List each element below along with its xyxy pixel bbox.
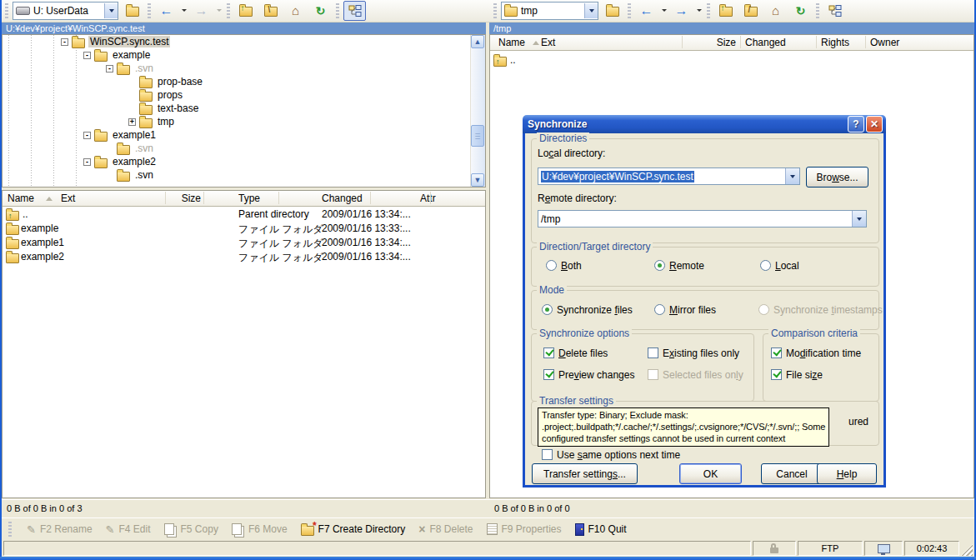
f10-quit-button[interactable]: F10 Quit xyxy=(575,523,627,536)
tree-row[interactable]: -.svn xyxy=(3,62,471,75)
tree-row[interactable]: prop-base xyxy=(3,75,471,88)
column-header-attr[interactable]: Attr xyxy=(420,192,436,204)
home-directory-button[interactable]: ⌂ xyxy=(764,1,787,21)
collapse-toggle[interactable]: - xyxy=(83,158,91,166)
file-row-parent[interactable]: ↑ .. xyxy=(490,53,973,68)
file-name[interactable]: .. xyxy=(23,208,28,220)
tree-row[interactable]: props xyxy=(3,88,471,102)
tree-node-label[interactable]: props xyxy=(156,89,184,101)
local-directory-dropdown-arrow[interactable] xyxy=(785,168,799,184)
forward-history-dropdown[interactable] xyxy=(695,2,703,20)
remote-directory-combo[interactable]: /tmp xyxy=(538,210,867,228)
tree-row[interactable]: +tmp xyxy=(3,115,471,128)
toolbar-grip[interactable] xyxy=(628,3,631,18)
back-button[interactable]: ← xyxy=(155,1,178,21)
tree-node-label[interactable]: .svn xyxy=(133,142,155,154)
tree-row[interactable]: -example1 xyxy=(3,128,471,142)
parent-directory-button[interactable]: ↑ xyxy=(234,1,257,21)
column-header-changed[interactable]: Changed xyxy=(322,192,363,204)
column-header-changed[interactable]: Changed xyxy=(745,37,786,48)
home-directory-button[interactable]: ⌂ xyxy=(284,1,307,21)
tree-view-toggle-button[interactable] xyxy=(343,1,366,21)
file-name[interactable]: example xyxy=(21,222,58,234)
file-row-parent[interactable]: ↑ .. Parent directory 2009/01/16 13:34:.… xyxy=(3,208,484,222)
file-name[interactable]: .. xyxy=(510,54,516,66)
direction-remote-label[interactable]: Remote xyxy=(669,260,704,272)
collapse-toggle[interactable]: - xyxy=(83,132,91,139)
tree-row[interactable]: -example2 xyxy=(3,155,471,168)
file-row[interactable]: example2 ファイル フォルダ 2009/01/16 13:34:... xyxy=(3,250,484,264)
tree-node-label[interactable]: example xyxy=(111,49,152,61)
f7-create-directory-button[interactable]: *F7 Create Directory xyxy=(301,523,406,536)
file-name[interactable]: example1 xyxy=(21,237,64,248)
toolbar-grip[interactable] xyxy=(816,3,819,18)
preview-changes-label[interactable]: Preview changes xyxy=(558,369,634,381)
root-directory-button[interactable]: \ xyxy=(259,1,282,21)
collapse-toggle[interactable]: - xyxy=(61,38,68,46)
back-history-dropdown[interactable] xyxy=(660,2,668,20)
scroll-up-button[interactable]: ▲ xyxy=(471,35,484,48)
f2-rename-button[interactable]: ✎F2 Rename xyxy=(27,523,93,535)
column-header-size[interactable]: Size xyxy=(166,192,201,204)
parent-directory-button[interactable]: ↑ xyxy=(714,1,737,21)
scroll-thumb[interactable]: ─── xyxy=(471,125,484,147)
use-same-options-checkbox[interactable] xyxy=(542,449,553,460)
scroll-down-button[interactable]: ▼ xyxy=(471,173,484,187)
refresh-button[interactable]: ↻ xyxy=(789,1,812,21)
mode-synchronize-files-radio[interactable] xyxy=(542,304,553,315)
tree-node-label[interactable]: tmp xyxy=(156,116,176,128)
tree-node-label[interactable]: .svn xyxy=(133,62,155,74)
delete-files-label[interactable]: Delete files xyxy=(558,348,608,359)
file-name[interactable]: example2 xyxy=(21,251,64,262)
column-header-name[interactable]: Name xyxy=(8,192,34,204)
dialog-title-bar[interactable]: Synchronize ? ✕ xyxy=(523,115,886,133)
modification-time-checkbox[interactable] xyxy=(771,348,782,358)
collapse-toggle[interactable]: - xyxy=(106,65,113,72)
refresh-button[interactable]: ↻ xyxy=(309,1,332,21)
file-row[interactable]: example1 ファイル フォルダ 2009/01/16 13:34:... xyxy=(3,236,484,250)
forward-button[interactable]: → xyxy=(670,1,693,21)
mode-mirror-files-radio[interactable] xyxy=(654,304,665,315)
tree-scrollbar[interactable]: ▲ ─── ▼ xyxy=(470,35,485,187)
toolbar-grip[interactable] xyxy=(5,3,8,18)
remote-directory-combo-arrow[interactable] xyxy=(584,3,598,18)
preview-changes-checkbox[interactable] xyxy=(543,369,554,380)
toolbar-grip[interactable] xyxy=(227,3,230,18)
file-size-checkbox[interactable] xyxy=(771,369,782,380)
tree-node-label[interactable]: WinSCP.sync.test xyxy=(88,36,170,48)
tree-row[interactable]: .svn xyxy=(3,142,471,155)
dialog-close-button[interactable]: ✕ xyxy=(866,116,883,132)
mode-mirror-files-label[interactable]: Mirror files xyxy=(669,304,716,316)
tree-node-label[interactable]: example2 xyxy=(111,156,158,168)
f9-properties-button[interactable]: F9 Properties xyxy=(487,523,562,535)
existing-files-only-checkbox[interactable] xyxy=(648,348,658,358)
browse-button[interactable]: Browse... xyxy=(806,167,868,188)
collapse-toggle[interactable]: - xyxy=(83,52,91,59)
f5-copy-button[interactable]: F5 Copy xyxy=(164,523,218,535)
use-same-options-label[interactable]: Use same options next time xyxy=(557,449,680,461)
help-button[interactable]: Help xyxy=(817,463,877,484)
toolbar-grip[interactable] xyxy=(493,3,497,18)
tree-view-toggle-button[interactable] xyxy=(823,1,846,21)
tree-row[interactable]: -example xyxy=(3,48,471,62)
dialog-help-button[interactable]: ? xyxy=(848,116,864,132)
f6-move-button[interactable]: F6 Move xyxy=(232,523,288,535)
existing-files-only-label[interactable]: Existing files only xyxy=(663,348,739,359)
tree-node-label[interactable]: .svn xyxy=(133,169,155,181)
ok-button[interactable]: OK xyxy=(679,463,742,484)
root-directory-button[interactable]: / xyxy=(739,1,762,21)
local-directory-combo[interactable]: U:¥dev¥project¥WinSCP.sync.test xyxy=(538,168,800,185)
tree-row[interactable]: text-base xyxy=(3,102,471,115)
forward-history-dropdown[interactable] xyxy=(215,2,223,20)
toolbar-grip[interactable] xyxy=(8,522,12,537)
resize-grip[interactable] xyxy=(961,544,973,556)
open-directory-button[interactable] xyxy=(601,1,623,21)
mode-synchronize-files-label[interactable]: Synchronize files xyxy=(557,304,633,316)
column-header-ext[interactable]: Ext xyxy=(541,37,555,48)
toolbar-grip[interactable] xyxy=(707,3,710,18)
column-header-type[interactable]: Type xyxy=(238,192,260,204)
cancel-button[interactable]: Cancel xyxy=(761,463,823,484)
tree-node-label[interactable]: example1 xyxy=(111,129,158,141)
column-header-name[interactable]: Name xyxy=(498,37,525,48)
tree-node-label[interactable]: prop-base xyxy=(156,76,204,88)
